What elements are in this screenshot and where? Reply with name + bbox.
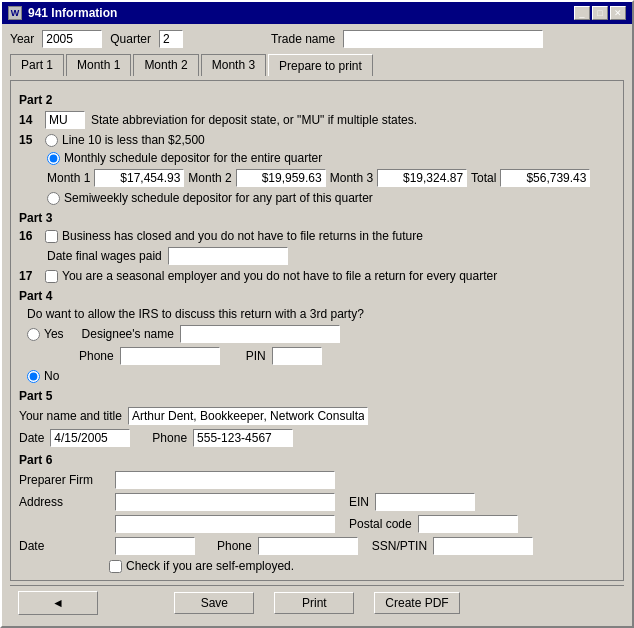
part6-ssn-label: SSN/PTIN [372,539,427,553]
month1-input[interactable] [94,169,184,187]
year-input[interactable] [42,30,102,48]
create-pdf-button[interactable]: Create PDF [374,592,459,614]
back-button[interactable]: ◄ [18,591,98,615]
part6-selfemployed-label[interactable]: Check if you are self-employed. [109,559,294,573]
part4-no-radio[interactable] [27,370,40,383]
part5-date-input[interactable] [50,429,130,447]
line15-num: 15 [19,133,39,147]
part3-header: Part 3 [19,211,615,225]
tab-content: Part 2 14 State abbreviation for deposit… [10,80,624,581]
part5-phone-label: Phone [152,431,187,445]
part4-no-row: No [27,369,615,383]
print-button[interactable]: Print [274,592,354,614]
tab-prepare-to-print[interactable]: Prepare to print [268,54,373,76]
tab-month2[interactable]: Month 2 [133,54,198,76]
save-button[interactable]: Save [174,592,254,614]
top-row: Year Quarter Trade name [10,30,624,48]
part6-address-input1[interactable] [115,493,335,511]
line16-row: 16 Business has closed and you do not ha… [19,229,615,243]
month3-label: Month 3 [330,171,373,185]
part6-date-label: Date [19,539,109,553]
part6-header: Part 6 [19,453,615,467]
pin-label: PIN [246,349,266,363]
date-wages-row: Date final wages paid [47,247,615,265]
trade-name-input[interactable] [343,30,543,48]
part4-phone-row: Phone PIN [79,347,615,365]
part6-address-row1: Address EIN [19,493,615,511]
designee-label: Designee's name [82,327,174,341]
part5-date-row: Date Phone [19,429,615,447]
line15c-label[interactable]: Semiweekly schedule depositor for any pa… [47,191,373,205]
line15b-label[interactable]: Monthly schedule depositor for the entir… [47,151,322,165]
line17-num: 17 [19,269,39,283]
part4-yes-label[interactable]: Yes [27,327,64,341]
line15a-radio[interactable] [45,134,58,147]
quarter-label: Quarter [110,32,151,46]
month2-input[interactable] [236,169,326,187]
month3-input[interactable] [377,169,467,187]
part4-header: Part 4 [19,289,615,303]
part6-date-input[interactable] [115,537,195,555]
part6-date-row: Date Phone SSN/PTIN [19,537,615,555]
date-wages-input[interactable] [168,247,288,265]
line17-row: 17 You are a seasonal employer and you d… [19,269,615,283]
total-input[interactable] [500,169,590,187]
month-amounts-row: Month 1 Month 2 Month 3 Total [47,169,615,187]
part4-yes-radio[interactable] [27,328,40,341]
line15c-radio[interactable] [47,192,60,205]
line15c-row: Semiweekly schedule depositor for any pa… [47,191,615,205]
line14-num: 14 [19,113,39,127]
part4-yes-row: Yes Designee's name [27,325,615,343]
designee-input[interactable] [180,325,340,343]
part6-postal-input[interactable] [418,515,518,533]
part4-phone-input[interactable] [120,347,220,365]
part6-ein-input[interactable] [375,493,475,511]
line17-label[interactable]: You are a seasonal employer and you do n… [45,269,497,283]
part6-firm-row: Preparer Firm [19,471,615,489]
part5-date-label: Date [19,431,44,445]
line14-desc: State abbreviation for deposit state, or… [91,113,417,127]
line14-row: 14 State abbreviation for deposit state,… [19,111,615,129]
pin-input[interactable] [272,347,322,365]
part6-selfemployed-checkbox[interactable] [109,560,122,573]
window-title: 941 Information [28,6,117,20]
tab-month3[interactable]: Month 3 [201,54,266,76]
title-bar: W 941 Information _ □ ✕ [2,2,632,24]
part5-phone-input[interactable] [193,429,293,447]
line14-input[interactable] [45,111,85,129]
main-window: W 941 Information _ □ ✕ Year Quarter Tra… [0,0,634,628]
content-area: Year Quarter Trade name Part 1 Month 1 M… [2,24,632,626]
line15-row: 15 Line 10 is less than $2,500 [19,133,615,147]
minimize-button[interactable]: _ [574,6,590,20]
tab-month1[interactable]: Month 1 [66,54,131,76]
trade-name-label: Trade name [271,32,335,46]
tab-part1[interactable]: Part 1 [10,54,64,76]
date-wages-label: Date final wages paid [47,249,162,263]
line17-checkbox[interactable] [45,270,58,283]
part6-phone-label: Phone [217,539,252,553]
part6-ssn-input[interactable] [433,537,533,555]
line15b-radio[interactable] [47,152,60,165]
part2-header: Part 2 [19,93,615,107]
close-button[interactable]: ✕ [610,6,626,20]
line15a-label[interactable]: Line 10 is less than $2,500 [45,133,205,147]
quarter-input[interactable] [159,30,183,48]
year-label: Year [10,32,34,46]
part6-address-row2: Postal code [19,515,615,533]
part6-address-input2[interactable] [115,515,335,533]
line16-checkbox[interactable] [45,230,58,243]
part4-no-label[interactable]: No [27,369,59,383]
window-icon: W [8,6,22,20]
line16-label[interactable]: Business has closed and you do not have … [45,229,423,243]
part5-name-label: Your name and title [19,409,122,423]
part5-header: Part 5 [19,389,615,403]
part6-preparer-label: Preparer Firm [19,473,109,487]
title-buttons: _ □ ✕ [574,6,626,20]
part6-selfemployed-row: Check if you are self-employed. [109,559,615,573]
part6-phone-input[interactable] [258,537,358,555]
total-label: Total [471,171,496,185]
maximize-button[interactable]: □ [592,6,608,20]
part6-firm-input[interactable] [115,471,335,489]
part5-name-input[interactable] [128,407,368,425]
line15b-row: Monthly schedule depositor for the entir… [47,151,615,165]
